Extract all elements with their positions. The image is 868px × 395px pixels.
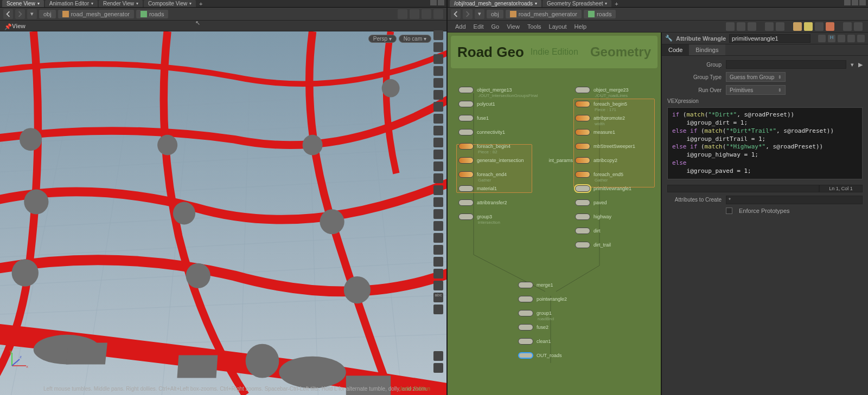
node-fuse1[interactable]: fuse1	[458, 115, 551, 121]
box-tool-icon[interactable]	[221, 20, 230, 28]
node-merge1[interactable]: merge1	[518, 282, 610, 288]
node-group1[interactable]: group1roadBnd	[518, 310, 610, 316]
box-icon[interactable]	[815, 22, 824, 31]
menu-view[interactable]: View	[505, 22, 522, 31]
help-icon[interactable]	[857, 35, 865, 42]
grid2-icon[interactable]	[776, 22, 784, 31]
node-connectivity1[interactable]: connectivity1	[458, 129, 551, 135]
node-dirt[interactable]: dirt	[575, 228, 662, 234]
attrs-input[interactable]: *	[726, 196, 863, 204]
uv-icon[interactable]	[433, 150, 443, 159]
lasso-tool-icon[interactable]	[208, 20, 217, 28]
group-select-icon[interactable]: ▶	[858, 61, 863, 68]
maximize-icon[interactable]	[438, 0, 444, 5]
vex-code-editor[interactable]: if (match("*Dirt*", s@roadPreset)) i@gro…	[667, 107, 863, 179]
scale-icon[interactable]	[433, 197, 443, 207]
breadcrumb-sub[interactable]: roads	[136, 10, 169, 18]
info-icon[interactable]	[847, 35, 855, 42]
lock-icon[interactable]	[433, 54, 443, 64]
node-name-input[interactable]	[729, 34, 810, 43]
run-over-dropdown[interactable]: Primitives⇕	[726, 85, 786, 95]
light-icon[interactable]	[433, 90, 443, 100]
node-group3[interactable]: group3intersection	[458, 213, 551, 220]
nav-history-button[interactable]: ▾	[27, 9, 37, 19]
node-paved[interactable]: paved	[575, 199, 662, 206]
nav-fwd-button[interactable]	[15, 9, 25, 19]
menu-go[interactable]: Go	[489, 22, 502, 31]
box2-icon[interactable]	[826, 22, 834, 31]
cube-icon[interactable]	[410, 9, 419, 19]
minimize-icon[interactable]	[430, 0, 437, 5]
grid-icon[interactable]	[433, 363, 443, 373]
node-foreach_end5[interactable]: foreach_end5Gather	[575, 171, 662, 178]
menu-add[interactable]: Add	[453, 22, 468, 31]
menu-layout[interactable]: Layout	[547, 22, 569, 31]
abc-icon[interactable]: abc	[433, 293, 443, 302]
node-generate_intersection[interactable]: generate_intersectionint_params	[458, 157, 551, 164]
tab-add-button[interactable]: +	[197, 0, 205, 7]
node-OUT_roads[interactable]: OUT_roads	[518, 352, 610, 359]
node-foreach_begin4[interactable]: foreach_begin4Piece : 82	[458, 143, 551, 150]
vis-icon[interactable]	[433, 305, 443, 314]
menu-edit[interactable]: Edit	[471, 22, 486, 31]
tab-code[interactable]: Code	[662, 44, 689, 55]
tab-geo-spreadsheet[interactable]: Geometry Spreadsheet ▾	[542, 0, 611, 7]
display-icon[interactable]	[433, 66, 443, 76]
node-mbStreetSweeper1[interactable]: mbStreetSweeper1	[575, 143, 662, 150]
attach-tool-icon[interactable]	[234, 20, 243, 28]
node-polycut1[interactable]: polycut1	[458, 101, 551, 107]
list-icon[interactable]	[737, 22, 745, 31]
construct-icon[interactable]	[433, 233, 443, 243]
nav-back-button[interactable]	[451, 9, 461, 19]
node-primitivewrangle1[interactable]: primitivewrangle1	[575, 185, 662, 192]
xray-icon[interactable]	[433, 161, 443, 171]
group-dropdown-icon[interactable]: ▾	[851, 61, 854, 68]
group-input[interactable]	[726, 60, 846, 69]
search-icon[interactable]	[838, 35, 845, 42]
tab-network-path[interactable]: /obj/road_mesh_generator/roads ▾	[450, 0, 541, 7]
smooth-icon[interactable]	[433, 281, 443, 290]
network-box-header[interactable]: Road Geo Indie Edition Geometry	[451, 36, 658, 68]
point-icon[interactable]	[433, 126, 443, 135]
node-measure1[interactable]: measure1	[575, 129, 662, 135]
node-fuse2[interactable]: fuse2	[518, 324, 610, 331]
minimize-icon[interactable]	[844, 0, 851, 5]
maximize-icon[interactable]	[852, 0, 858, 5]
menu-help[interactable]: Help	[572, 22, 589, 31]
node-object_merge23[interactable]: object_merge23./OUT_roadLines	[575, 87, 662, 93]
note-icon[interactable]	[793, 22, 802, 31]
breadcrumb-sub[interactable]: roads	[584, 10, 616, 18]
breadcrumb-obj[interactable]: obj	[39, 10, 56, 18]
wrench-icon[interactable]	[726, 22, 735, 31]
node-attribpromote2[interactable]: attribpromote2width	[575, 115, 662, 121]
pin-icon[interactable]: 📌	[4, 23, 10, 29]
eraser-icon[interactable]	[433, 185, 443, 195]
menu-tools[interactable]: Tools	[525, 22, 544, 31]
network-editor[interactable]: Road Geo Indie Edition Geometry	[448, 33, 662, 395]
node-highway[interactable]: highway	[575, 213, 662, 220]
nav-history-button[interactable]: ▾	[475, 9, 484, 19]
node-attribcopy2[interactable]: attribcopy2	[575, 157, 662, 164]
node-pointwrangle2[interactable]: pointwrangle2	[518, 296, 610, 302]
tab-bindings[interactable]: Bindings	[689, 44, 725, 55]
info-icon[interactable]	[854, 22, 863, 31]
pen-icon[interactable]	[433, 173, 443, 183]
nav-fwd-button[interactable]	[463, 9, 473, 19]
shading-icon[interactable]	[433, 78, 443, 88]
tab-render-view[interactable]: Render View ▾	[99, 0, 143, 7]
node-object_merge13[interactable]: object_merge13./OUT_intersectionGroupsFi…	[458, 87, 551, 93]
close-icon[interactable]	[859, 0, 866, 5]
search-icon[interactable]	[843, 22, 852, 31]
info-icon[interactable]	[433, 351, 443, 361]
axis-icon[interactable]	[433, 209, 443, 219]
breadcrumb-node[interactable]: road_mesh_generator	[58, 10, 134, 18]
breadcrumb-obj[interactable]: obj	[487, 10, 503, 18]
viewport-3d[interactable]	[0, 31, 446, 395]
align-icon[interactable]	[748, 22, 756, 31]
tab-anim-editor[interactable]: Animation Editor ▾	[45, 0, 98, 7]
grid1-icon[interactable]	[765, 22, 774, 31]
gear-icon[interactable]	[818, 35, 826, 42]
note2-icon[interactable]	[804, 22, 813, 31]
node-foreach_end4[interactable]: foreach_end4Gather	[458, 171, 551, 178]
nav-back-button[interactable]	[3, 9, 13, 19]
